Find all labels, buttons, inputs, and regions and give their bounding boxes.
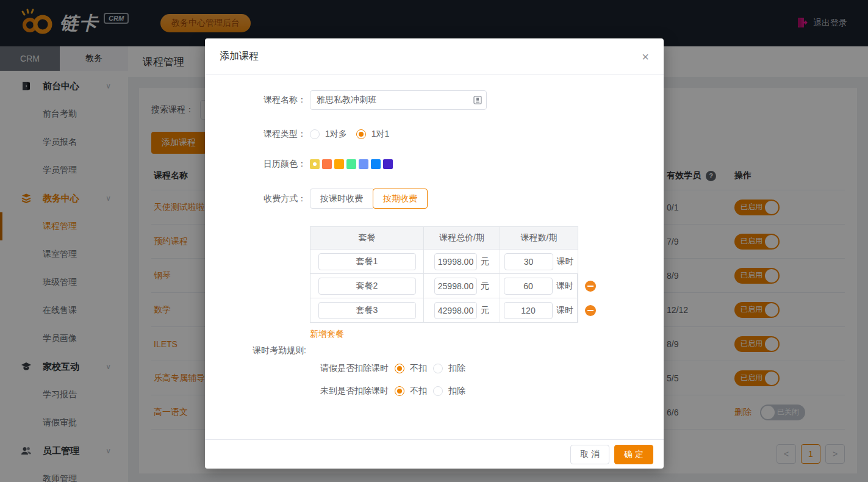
package-count-input[interactable] xyxy=(504,253,553,270)
fee-type-label: 收费方式： xyxy=(205,193,306,204)
color-swatch[interactable] xyxy=(383,159,393,169)
package-count-input[interactable] xyxy=(504,278,553,295)
course-type-option-1[interactable]: 1对多 xyxy=(310,129,347,140)
package-price-input[interactable] xyxy=(434,302,477,319)
leave-rule-row: 请假是否扣除课时 不扣 扣除 xyxy=(205,363,664,374)
package-row: 元 课时 xyxy=(310,249,578,273)
modal-header: 添加课程 × xyxy=(205,38,664,75)
leave-rule-label: 请假是否扣除课时 xyxy=(205,363,389,374)
package-name-input[interactable] xyxy=(318,302,416,319)
fee-by-hour-button[interactable]: 按课时收费 xyxy=(310,189,373,209)
modal-title: 添加课程 xyxy=(220,50,259,63)
fee-by-term-button[interactable]: 按期收费 xyxy=(373,189,428,209)
radio-icon[interactable] xyxy=(395,364,404,373)
radio-icon[interactable] xyxy=(310,129,320,139)
color-swatch[interactable] xyxy=(334,159,344,169)
course-type-row: 课程类型： 1对多 1对1 xyxy=(205,129,664,140)
calendar-color-label: 日历颜色： xyxy=(205,159,306,170)
contact-card-icon[interactable] xyxy=(473,96,482,104)
count-unit: 课时 xyxy=(557,256,574,267)
remove-package-button[interactable] xyxy=(585,305,596,316)
absent-rule-label: 未到是否扣除课时 xyxy=(205,386,389,397)
course-name-input[interactable] xyxy=(310,90,487,110)
package-price-input[interactable] xyxy=(434,253,477,270)
attendance-rules-label: 课时考勤规则: xyxy=(205,345,306,356)
calendar-color-row: 日历颜色： xyxy=(205,159,664,170)
radio-icon[interactable] xyxy=(433,364,443,373)
leave-rule-option-2[interactable]: 扣除 xyxy=(433,363,465,374)
count-unit: 课时 xyxy=(556,305,573,316)
attendance-rules-row: 课时考勤规则: xyxy=(205,345,664,356)
absent-rule-row: 未到是否扣除课时 不扣 扣除 xyxy=(205,386,664,397)
radio-icon[interactable] xyxy=(395,386,404,396)
package-row: 元 课时 xyxy=(310,298,578,322)
add-package-link[interactable]: 新增套餐 xyxy=(310,329,344,340)
color-swatch[interactable] xyxy=(310,159,320,169)
package-table-header: 套餐 课程总价/期 课程数/期 xyxy=(310,227,578,249)
add-course-modal: 添加课程 × 课程名称： 课程类型： xyxy=(205,38,664,469)
radio-icon[interactable] xyxy=(433,386,443,396)
radio-icon[interactable] xyxy=(356,129,366,139)
count-unit: 课时 xyxy=(556,281,573,292)
color-swatch[interactable] xyxy=(322,159,332,169)
modal-footer: 取 消 确 定 xyxy=(205,439,664,469)
fee-type-row: 收费方式： 按课时收费 按期收费 xyxy=(205,189,664,209)
confirm-button[interactable]: 确 定 xyxy=(614,445,653,464)
modal-body: 课程名称： 课程类型： 1对多 xyxy=(205,75,664,439)
package-price-input[interactable] xyxy=(434,278,477,295)
course-name-row: 课程名称： xyxy=(205,90,664,110)
package-table-block: 套餐 课程总价/期 课程数/期 元 xyxy=(310,226,578,340)
absent-rule-option-1[interactable]: 不扣 xyxy=(395,386,427,397)
color-swatch[interactable] xyxy=(371,159,381,169)
course-name-label: 课程名称： xyxy=(205,95,306,106)
price-unit: 元 xyxy=(481,281,489,292)
remove-package-button[interactable] xyxy=(585,281,596,292)
price-unit: 元 xyxy=(481,256,489,267)
app-root: 链卡 CRM 教务中心管理后台 退出登录 CRM 教务 xyxy=(0,0,868,482)
course-type-label: 课程类型： xyxy=(205,129,306,140)
price-unit: 元 xyxy=(481,305,489,316)
cancel-button[interactable]: 取 消 xyxy=(570,445,609,464)
close-icon[interactable]: × xyxy=(642,51,649,63)
color-swatch[interactable] xyxy=(346,159,356,169)
color-swatch[interactable] xyxy=(359,159,368,169)
package-name-input[interactable] xyxy=(318,278,416,295)
package-count-input[interactable] xyxy=(504,302,553,319)
package-table: 套餐 课程总价/期 课程数/期 元 xyxy=(310,226,578,323)
package-row: 元 课时 xyxy=(310,273,578,298)
course-type-option-2[interactable]: 1对1 xyxy=(356,129,390,140)
leave-rule-option-1[interactable]: 不扣 xyxy=(395,363,427,374)
package-name-input[interactable] xyxy=(318,253,416,270)
absent-rule-option-2[interactable]: 扣除 xyxy=(433,386,465,397)
